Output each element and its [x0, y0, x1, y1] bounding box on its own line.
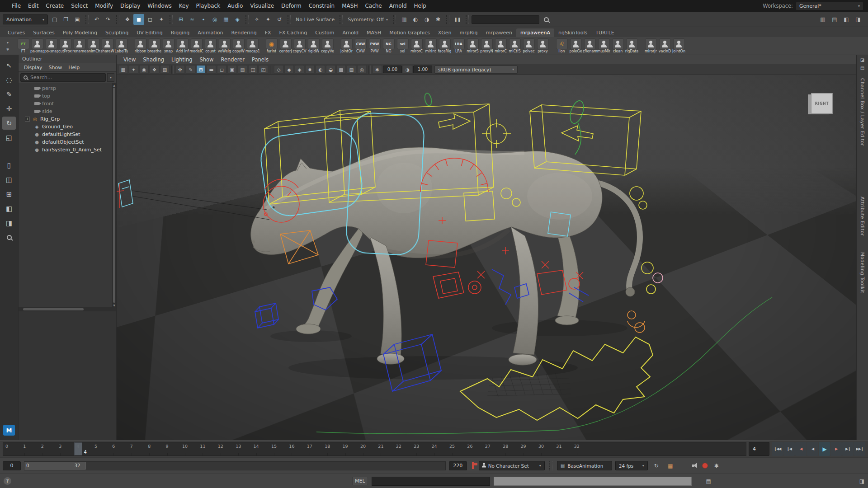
menu-audio[interactable]: Audio [224, 1, 246, 10]
mute-icon[interactable] [692, 463, 699, 469]
xray-icon[interactable]: ▨ [347, 65, 356, 74]
menu-display[interactable]: Display [117, 1, 144, 10]
wireframe-icon[interactable]: ◇ [274, 65, 283, 74]
sidebar-tab-channel-box-layer-editor[interactable]: Channel Box / Layer Editor [860, 78, 865, 146]
shelf-item-sharew[interactable]: shareW [100, 38, 114, 53]
gamma-field[interactable]: 1.00 [413, 66, 432, 73]
snap-to-grids-icon[interactable]: ⊞ [175, 14, 186, 25]
exposure-field[interactable]: 0.00 [383, 66, 402, 73]
play-forwards-button[interactable]: ▶ [819, 442, 830, 456]
ambient-occlusion-icon[interactable]: ◒ [326, 65, 335, 74]
shelf-tab-rendering[interactable]: Rendering [227, 28, 260, 37]
scale-tool-icon[interactable]: ◱ [2, 131, 16, 144]
open-render-view-icon[interactable]: ▥ [399, 14, 410, 25]
animation-start-field[interactable]: 0 [3, 461, 21, 470]
shelf-tab-poly-modeling[interactable]: Poly Modeling [59, 28, 101, 37]
menu-windows[interactable]: Windows [144, 1, 175, 10]
shelf-item-rigidw[interactable]: rigidW [307, 38, 321, 53]
shelf-item-ng[interactable]: NGNG [382, 38, 396, 53]
cached-playback-icon[interactable]: ▦ [665, 460, 676, 471]
exposure-icon[interactable]: ✱ [373, 65, 382, 74]
shelf-tab-mrpaweena[interactable]: mrpaweenA [516, 28, 554, 37]
play-backwards-button[interactable]: ◀ [807, 442, 818, 456]
paint-select-tool-icon[interactable]: ✎ [2, 88, 16, 101]
tree-item-top[interactable]: top [19, 92, 116, 100]
workspace-dropdown[interactable]: General* ▾ [796, 2, 863, 10]
tree-item-rig-grp[interactable]: +◎Rig_Grp [19, 115, 116, 123]
shelf-item-proxyn[interactable]: proxyN [480, 38, 494, 53]
live-surface-indicator[interactable]: No Live Surface [293, 17, 337, 23]
anim-layer-button[interactable]: ▤ BaseAnimation [557, 461, 612, 470]
shelf-item-mirorc[interactable]: mirorC [494, 38, 508, 53]
shelf-item-breathe[interactable]: breathe [147, 38, 161, 53]
shelf-item-modelc[interactable]: modelC [189, 38, 203, 53]
gate-mask-icon[interactable]: ▣ [227, 65, 237, 74]
menu-key[interactable]: Key [175, 1, 193, 10]
outliner-tree[interactable]: persptopfrontside+◎Rig_Grp◈Ground_Geo●de… [19, 83, 116, 307]
outliner-horizontal-scrollbar[interactable] [19, 307, 116, 311]
bookmark-icon[interactable] [472, 462, 474, 469]
shelf-gear-icon[interactable]: ✱ [4, 47, 11, 52]
shelf-item-polege[interactable]: poleGe [569, 38, 583, 53]
shelf-item-copyve[interactable]: copyVe [321, 38, 335, 53]
symmetry-dropdown[interactable]: Symmetry: Off▾ [345, 17, 390, 23]
shelf-tab-custom[interactable]: Custom [311, 28, 338, 37]
viewport-menu-panels[interactable]: Panels [249, 56, 272, 63]
sidebar-tab-attribute-editor[interactable]: Attribute Editor [860, 197, 865, 236]
shelf-item-centerj[interactable]: centerJ [278, 38, 292, 53]
shelf-item-cvw[interactable]: CVWCVW [354, 38, 368, 53]
menu-file[interactable]: File [8, 1, 24, 10]
search-filter-dropdown[interactable]: ▾ [107, 73, 114, 82]
anti-alias-icon[interactable]: ▩ [336, 65, 346, 74]
select-by-component-icon[interactable]: ◻ [145, 14, 156, 25]
expand-icon[interactable]: + [25, 117, 30, 122]
search-icon[interactable] [541, 14, 552, 25]
group-grip[interactable] [288, 15, 291, 24]
shelf-tab-mrprig[interactable]: mrpRig [456, 28, 482, 37]
loop-playback-icon[interactable]: ↻ [651, 460, 662, 471]
tree-item-ground-geo[interactable]: ◈Ground_Geo [19, 123, 116, 131]
shelf-tab-animation[interactable]: Animation [193, 28, 227, 37]
menu-edit[interactable]: Edit [24, 1, 42, 10]
tree-item-side[interactable]: side [19, 108, 116, 115]
construction-history-icon[interactable]: ↺ [274, 14, 285, 25]
highlight-selection-icon[interactable]: ✦ [156, 14, 167, 25]
scroll-down-icon[interactable]: ▼ [113, 303, 115, 307]
tree-item-front[interactable]: front [19, 100, 116, 108]
lock-camera-icon[interactable]: ✦ [129, 65, 138, 74]
scrollbar-thumb[interactable] [113, 88, 115, 303]
shelf-item-add-inf[interactable]: Add Inf [175, 38, 189, 53]
save-scene-icon[interactable]: ▣ [72, 14, 83, 25]
shelf-item-vacind[interactable]: vacinD [658, 38, 672, 53]
shelf-item-rigdata[interactable]: rigData [625, 38, 639, 53]
toggle-tool-settings-icon[interactable]: ◧ [841, 14, 852, 25]
shelf-tab-fx-caching[interactable]: FX Caching [275, 28, 311, 37]
field-chart-icon[interactable]: ▤ [238, 65, 247, 74]
pause-icon[interactable]: ❚❚ [452, 14, 463, 25]
shelf-item-lra[interactable]: LRALRA [452, 38, 466, 53]
input-connections-icon[interactable]: ✧ [251, 14, 262, 25]
ipr-render-icon[interactable]: ◑ [421, 14, 432, 25]
tree-item-persp[interactable]: persp [19, 84, 116, 92]
shelf-item-zrenam[interactable]: zRenam [583, 38, 597, 53]
auto-keyframe-icon[interactable] [702, 463, 708, 469]
tree-item-defaultlightset[interactable]: ●defaultLightSet [19, 131, 116, 138]
shelf-item-polvec[interactable]: polvec [522, 38, 536, 53]
group-grip[interactable] [446, 15, 449, 24]
command-line-toggle-icon[interactable]: ◨ [859, 478, 864, 484]
help-icon[interactable]: ? [4, 477, 11, 485]
group-grip[interactable] [340, 15, 343, 24]
viewport-menu-show[interactable]: Show [197, 56, 217, 63]
make-live-icon[interactable]: ◈ [232, 14, 243, 25]
camera-attributes-icon[interactable]: ◉ [139, 65, 149, 74]
new-scene-icon[interactable]: ▢ [49, 14, 60, 25]
shelf-tab-mrpaween[interactable]: mrpaween [481, 28, 516, 37]
shelf-item-ribbon[interactable]: ribbon [133, 38, 147, 53]
shelf-item-cutproxy[interactable]: cutProxy [58, 38, 72, 53]
group-grip[interactable] [245, 15, 249, 24]
scrollbar-thumb[interactable] [23, 308, 84, 310]
group-grip[interactable] [170, 15, 173, 24]
command-mode-button[interactable]: MEL [352, 477, 368, 485]
go-to-end-button[interactable]: ▶▶❙ [854, 442, 865, 456]
render-current-frame-icon[interactable]: ◐ [410, 14, 421, 25]
